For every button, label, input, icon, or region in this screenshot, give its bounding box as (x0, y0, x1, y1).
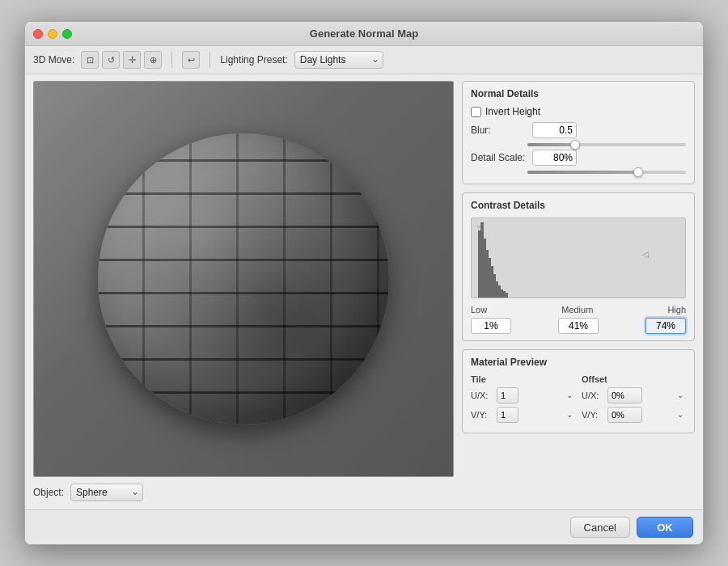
right-panel: Normal Details Invert Height Blur: (462, 81, 695, 501)
material-preview-section: Material Preview Tile U/X: 1234 (462, 349, 695, 433)
object-label: Object: (33, 487, 64, 498)
tile-ux-row: U/X: 1234 (471, 387, 575, 403)
tile-col-title: Tile (471, 374, 575, 384)
main-window: Generate Normal Map 3D Move: ⊡ ↺ ✛ ⊕ ↩ L… (24, 21, 704, 545)
object-select-wrapper: Sphere Plane Cube (70, 484, 143, 501)
main-content: Object: Sphere Plane Cube Normal Details… (25, 74, 703, 509)
offset-column: Offset U/X: 0%25%50%75% V/Y: (582, 374, 686, 426)
tile-vy-row: V/Y: 1234 (471, 407, 575, 423)
detail-scale-slider-row (471, 171, 686, 174)
undo-icon[interactable]: ↩ (182, 51, 200, 69)
object-select[interactable]: Sphere Plane Cube (70, 484, 143, 501)
contrast-details-section: Contrast Details (462, 192, 695, 341)
high-label: High (667, 305, 686, 315)
preset-label: Lighting Preset: (220, 54, 287, 65)
separator2 (210, 52, 210, 68)
tile-ux-label: U/X: (471, 391, 493, 400)
sphere-preview (98, 133, 389, 424)
material-grid: Tile U/X: 1234 V/Y: (471, 374, 686, 426)
histogram: ◁ ◁ (471, 218, 686, 298)
offset-vy-row: V/Y: 0%25%50%75% (582, 407, 686, 423)
toolbar-icons: ⊡ ↺ ✛ ⊕ (81, 51, 162, 69)
offset-ux-select[interactable]: 0%25%50%75% (607, 387, 642, 403)
tile-ux-select-wrap: 1234 (497, 387, 575, 403)
pan-icon[interactable]: ⊕ (144, 51, 162, 69)
contrast-details-title: Contrast Details (471, 200, 686, 211)
invert-height-label: Invert Height (485, 106, 540, 117)
blur-input[interactable] (532, 122, 577, 138)
low-label: Low (471, 305, 487, 315)
close-button[interactable] (33, 29, 43, 39)
blur-row: Blur: (471, 122, 686, 138)
offset-ux-label: U/X: (582, 391, 604, 400)
cancel-button[interactable]: Cancel (570, 517, 630, 538)
offset-vy-select-wrap: 0%25%50%75% (607, 407, 686, 423)
blur-slider-row (471, 143, 686, 146)
medium-input[interactable] (558, 318, 599, 334)
maximize-button[interactable] (62, 29, 72, 39)
3d-move-label: 3D Move: (33, 54, 74, 65)
offset-vy-select[interactable]: 0%25%50%75% (607, 407, 642, 423)
invert-height-checkbox[interactable] (471, 107, 481, 117)
normal-details-section: Normal Details Invert Height Blur: (462, 81, 695, 184)
object-bar: Object: Sphere Plane Cube (33, 484, 454, 501)
camera-icon[interactable]: ⊡ (81, 51, 99, 69)
histogram-low-arrow[interactable]: ◁ (477, 222, 484, 230)
blur-slider[interactable] (527, 143, 686, 146)
material-preview-title: Material Preview (471, 357, 686, 368)
detail-scale-row: Detail Scale: (471, 150, 686, 166)
medium-label: Medium (561, 305, 593, 315)
tile-ux-select[interactable]: 1234 (497, 387, 518, 403)
traffic-lights (33, 29, 72, 39)
titlebar: Generate Normal Map (25, 22, 703, 46)
move-icon[interactable]: ✛ (123, 51, 141, 69)
rotate-icon[interactable]: ↺ (102, 51, 120, 69)
footer-bar: Cancel OK (25, 509, 703, 544)
offset-ux-select-wrap: 0%25%50%75% (607, 387, 686, 403)
invert-height-row: Invert Height (471, 106, 686, 117)
preview-panel: Object: Sphere Plane Cube (33, 81, 454, 501)
tile-vy-select[interactable]: 1234 (497, 407, 518, 423)
separator (171, 52, 172, 68)
blur-label: Blur: (471, 125, 527, 136)
detail-scale-label: Detail Scale: (471, 152, 527, 163)
low-input[interactable] (471, 318, 511, 334)
normal-details-title: Normal Details (471, 88, 686, 99)
toolbar: 3D Move: ⊡ ↺ ✛ ⊕ ↩ Lighting Preset: Day … (25, 46, 703, 74)
detail-scale-slider[interactable] (527, 171, 686, 174)
offset-vy-label: V/Y: (582, 410, 604, 420)
offset-col-title: Offset (582, 374, 686, 384)
contrast-values (471, 318, 686, 334)
preset-select-wrapper: Day Lights Night Lights Custom (294, 51, 383, 69)
offset-ux-row: U/X: 0%25%50%75% (582, 387, 686, 403)
tile-vy-label: V/Y: (471, 410, 493, 420)
window-title: Generate Normal Map (310, 27, 418, 40)
tile-column: Tile U/X: 1234 V/Y: (471, 374, 575, 426)
detail-scale-input[interactable] (532, 150, 577, 166)
ok-button[interactable]: OK (637, 517, 693, 538)
sphere-container (98, 133, 389, 424)
high-input[interactable] (645, 318, 686, 334)
histogram-medium-arrow[interactable]: ◁ (642, 250, 649, 259)
minimize-button[interactable] (48, 29, 57, 39)
contrast-labels: Low Medium High (471, 305, 686, 315)
preview-viewport (33, 81, 454, 477)
preset-select[interactable]: Day Lights Night Lights Custom (294, 51, 383, 69)
tile-vy-select-wrap: 1234 (497, 407, 575, 423)
